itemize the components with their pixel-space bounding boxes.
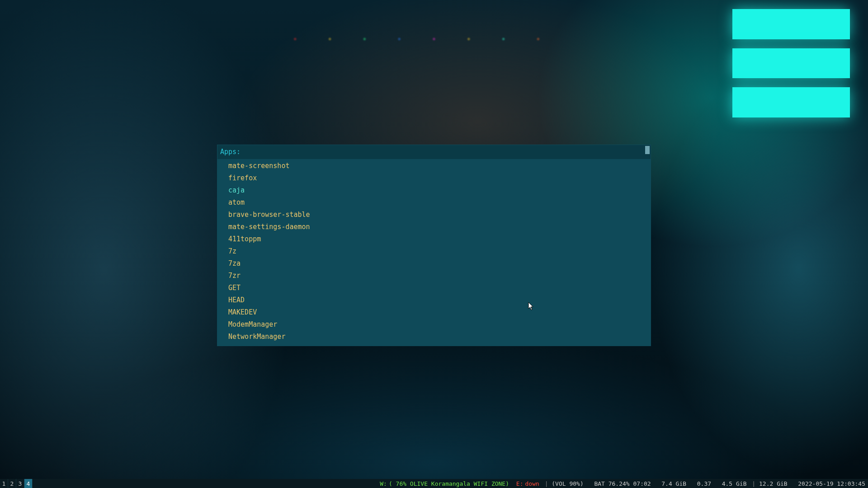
status-volume: (VOL 90%) (540, 480, 585, 487)
launcher-item[interactable]: 7z (217, 245, 651, 258)
status-mem: 7.4 GiB (660, 480, 687, 487)
status-bar: 1234 W: ( 76% OLIVE Koramangala WIFI ZON… (0, 479, 868, 488)
app-launcher: Apps: mate-screenshotfirefoxcajaatombrav… (217, 145, 651, 346)
workspace-3[interactable]: 3 (16, 479, 24, 488)
status-disk-total: 12.2 GiB (748, 480, 788, 487)
launcher-item[interactable]: NetworkManager (217, 331, 651, 343)
launcher-item[interactable]: brave-browser-stable (217, 209, 651, 221)
status-right: W: ( 76% OLIVE Koramangala WIFI ZONE) E:… (379, 480, 868, 487)
status-eth-value: down (524, 480, 540, 487)
launcher-item[interactable]: MAKEDEV (217, 306, 651, 319)
wallpaper-neon-decor (732, 0, 850, 117)
launcher-item[interactable]: HEAD (217, 294, 651, 306)
launcher-item[interactable]: ModemManager (217, 319, 651, 331)
launcher-item[interactable]: firefox (217, 172, 651, 184)
launcher-item[interactable]: 7za (217, 258, 651, 270)
launcher-prompt-label: Apps: (220, 146, 241, 158)
launcher-prompt-row: Apps: (217, 145, 651, 159)
launcher-item[interactable]: GET (217, 282, 651, 294)
status-battery: BAT 76.24% 07:02 (593, 480, 651, 487)
launcher-item[interactable]: mate-settings-daemon (217, 221, 651, 233)
workspace-1[interactable]: 1 (0, 479, 8, 488)
status-load: 0.37 (696, 480, 712, 487)
workspace-4[interactable]: 4 (24, 479, 33, 488)
launcher-item[interactable]: 7zr (217, 270, 651, 282)
launcher-list: mate-screenshotfirefoxcajaatombrave-brow… (217, 159, 651, 346)
status-disk-used: 4.5 GiB (721, 480, 748, 487)
workspace-switcher: 1234 (0, 479, 33, 488)
status-eth-label: E: (515, 480, 524, 487)
status-wifi-value: ( 76% OLIVE Koramangala WIFI ZONE) (388, 480, 510, 487)
launcher-scrollbar[interactable] (645, 146, 650, 154)
status-wifi-label: W: (379, 480, 388, 487)
status-datetime: 2022-05-19 12:03:45 (797, 480, 866, 487)
workspace-2[interactable]: 2 (8, 479, 16, 488)
launcher-item[interactable]: caja (217, 184, 651, 197)
launcher-input[interactable] (245, 146, 648, 158)
launcher-item[interactable]: 411toppm (217, 233, 651, 245)
launcher-item[interactable]: mate-screenshot (217, 160, 651, 172)
launcher-item[interactable]: atom (217, 197, 651, 209)
